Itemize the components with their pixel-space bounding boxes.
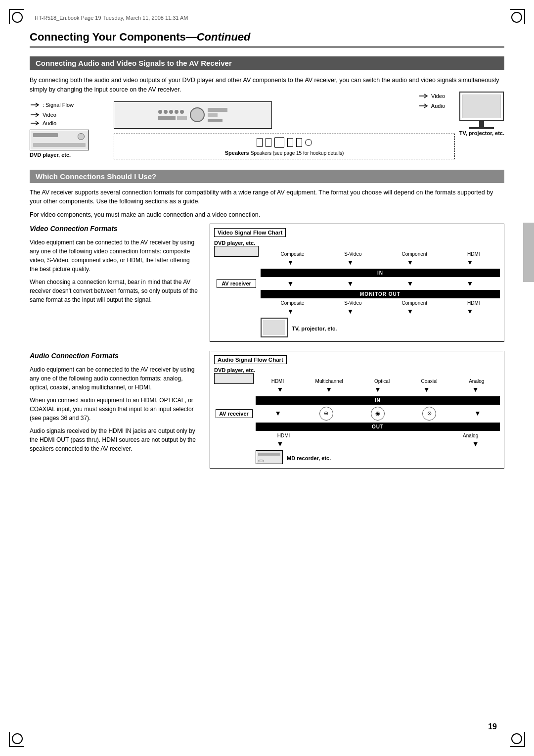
afc-arr4: ▼	[423, 385, 430, 394]
afc-icon-coaxial: ⊙	[422, 407, 436, 421]
afc-av-row: AV receiver ▼ ⊕ ◉ ⊙ ▼	[214, 407, 500, 421]
video-section: Video Connection Formats Video equipment…	[30, 224, 504, 342]
circle-mark-br	[511, 733, 522, 744]
afc-av-box-wrapper: AV receiver	[214, 409, 254, 418]
vfc-tv-row: TV, projector, etc.	[214, 318, 500, 337]
afc-bottom-col-labels: HDMI Analog	[256, 433, 500, 438]
audio-text2: When you connect audio equipment to an H…	[30, 396, 198, 423]
afc-md-label: MD recorder, etc.	[287, 455, 331, 461]
afc-in-bar: IN	[256, 396, 500, 405]
section2-header: Which Connections Should I Use?	[30, 170, 504, 183]
afc-col-analog: Analog	[469, 378, 484, 384]
vfc-bot-arr1: ▼	[287, 307, 294, 316]
afc-av-box: AV receiver	[216, 409, 253, 418]
circle-mark-bl	[12, 733, 23, 744]
receiver-area: Video Audio	[114, 101, 504, 159]
video-right-text: Video	[431, 93, 445, 99]
vfc-av-row: AV receiver ▼ ▼ ▼ ▼	[214, 279, 500, 288]
signal-legend-text: : Signal Flow	[43, 102, 74, 108]
diagram-left: : Signal Flow Video Audio DVD pl	[30, 101, 99, 162]
afc-arrows-row1: ▼ ▼ ▼ ▼ ▼	[214, 385, 500, 394]
dvd-area: Video Audio DVD player, etc.	[30, 111, 99, 158]
vfc-arr1: ▼	[287, 258, 294, 267]
audio-label-row: Audio	[30, 120, 99, 127]
video-section-title: Video Connection Formats	[30, 224, 198, 234]
section2-intro2: For video components, you must make an a…	[30, 210, 504, 220]
dvd-label: DVD player, etc.	[30, 152, 99, 158]
signal-flow-icon	[30, 101, 41, 108]
vfc-arrows-cols1: ▼ ▼ ▼ ▼	[261, 258, 500, 267]
afc-in-row: IN	[214, 395, 500, 406]
vfc-av-box-wrapper: AV receiver	[214, 279, 259, 288]
vfc-bot-svideo: S-Video	[344, 300, 361, 306]
afc-col-multi: Multichannel	[315, 378, 343, 384]
vfc-bottom-labels: Composite S-Video Component HDMI	[214, 300, 500, 306]
speakers-label: Speakers Speakers (see page 15 for hooku…	[225, 150, 344, 156]
vfc-col-hdmi: HDMI	[467, 251, 480, 257]
afc-dvd-row: DVD player, etc. HDMI Multichannel Optic…	[214, 367, 500, 384]
audio-flow-chart: Audio Signal Flow Chart DVD player, etc.…	[210, 351, 504, 468]
afc-left-spacer5	[214, 439, 254, 448]
audio-section: Audio Connection Formats Audio equipment…	[30, 351, 504, 468]
audio-text3: Audio signals received by the HDMI IN ja…	[30, 426, 198, 453]
afc-arrows-cols1: ▼ ▼ ▼ ▼ ▼	[256, 385, 500, 394]
audio-right-icon	[418, 102, 429, 109]
circle-mark-tl	[12, 12, 23, 23]
video-text1: Video equipment can be connected to the …	[30, 238, 198, 274]
video-chart-title: Video Signal Flow Chart	[214, 228, 286, 237]
main-title-suffix: —Continued	[186, 31, 251, 43]
afc-bot-arr5: ▼	[472, 439, 479, 448]
tv-illus: TV, projector, etc.	[459, 92, 504, 136]
vfc-top-col-labels: Composite S-Video Component HDMI	[261, 251, 500, 257]
section1-header: Connecting Audio and Video Signals to th…	[30, 56, 504, 70]
vfc-dvd-device-row: Composite S-Video Component HDMI	[214, 246, 500, 257]
vfc-in-row: IN	[214, 268, 500, 278]
afc-col-hdmi: HDMI	[271, 378, 284, 384]
afc-av-arr1: ▼	[274, 409, 281, 418]
afc-dvd-device-row: HDMI Multichannel Optical Coaxial Analog	[214, 373, 500, 384]
video-label-text: Video	[43, 112, 56, 118]
side-tab	[523, 223, 534, 282]
vfc-bot-arr2: ▼	[347, 307, 354, 316]
vfc-arr3: ▼	[407, 258, 414, 267]
afc-av-content: ▼ ⊕ ◉ ⊙ ▼	[256, 407, 500, 421]
afc-in-bar-wrap: IN	[256, 395, 500, 406]
video-label-right: Video	[418, 93, 445, 99]
afc-arr3: ▼	[374, 385, 381, 394]
vfc-monout-bar: MONITOR OUT	[261, 290, 500, 298]
vfc-bot-component: Component	[401, 300, 427, 306]
vfc-col-composite: Composite	[280, 251, 304, 257]
afc-icon-multi: ⊕	[319, 407, 333, 421]
audio-text1: Audio equipment can be connected to the …	[30, 365, 198, 392]
vfc-bottom-col-labels: Composite S-Video Component HDMI	[261, 300, 500, 306]
video-text2: When choosing a connection format, bear …	[30, 278, 198, 304]
right-devices: TV, projector, etc.	[459, 92, 504, 136]
vfc-arr4: ▼	[467, 258, 474, 267]
video-right-icon	[418, 93, 429, 99]
afc-col-coaxial: Coaxial	[421, 378, 437, 384]
vfc-bot-arr3: ▼	[407, 307, 414, 316]
afc-bot-analog: Analog	[463, 433, 478, 438]
afc-bot-hdmi: HDMI	[277, 433, 290, 438]
audio-label-text: Audio	[43, 120, 56, 126]
afc-col-optical: Optical	[374, 378, 390, 384]
speakers-box: Speakers Speakers (see page 15 for hooku…	[114, 134, 455, 159]
afc-dvd-box	[214, 373, 254, 384]
vfc-in-bar: IN	[261, 268, 500, 278]
vfc-tv-content: TV, projector, etc.	[261, 318, 500, 337]
afc-out-bar-wrap: OUT	[256, 422, 500, 432]
vfc-arr2: ▼	[347, 258, 354, 267]
vfc-arrows-row1: ▼ ▼ ▼ ▼	[214, 258, 500, 267]
afc-md-content: MD recorder, etc.	[256, 450, 500, 464]
vfc-left-spacer5	[214, 307, 259, 316]
vfc-bot-arr4: ▼	[467, 307, 474, 316]
vfc-bottom-arrows: ▼ ▼ ▼ ▼	[214, 307, 500, 316]
vfc-left-spacer4	[214, 300, 259, 306]
vfc-tv-label: TV, projector, etc.	[292, 326, 337, 331]
afc-bottom-arrows: ▼ ▼ ▼ ▼ ▼	[214, 439, 500, 448]
speakers-subtext: Speakers (see page 15 for hookup details…	[251, 150, 344, 156]
afc-bot-arrows-cols: ▼ ▼ ▼ ▼ ▼	[256, 439, 500, 448]
speaker-icons	[257, 137, 312, 148]
speakers-area: Speakers Speakers (see page 15 for hooku…	[114, 134, 455, 159]
afc-md-row: MD recorder, etc.	[214, 450, 500, 464]
